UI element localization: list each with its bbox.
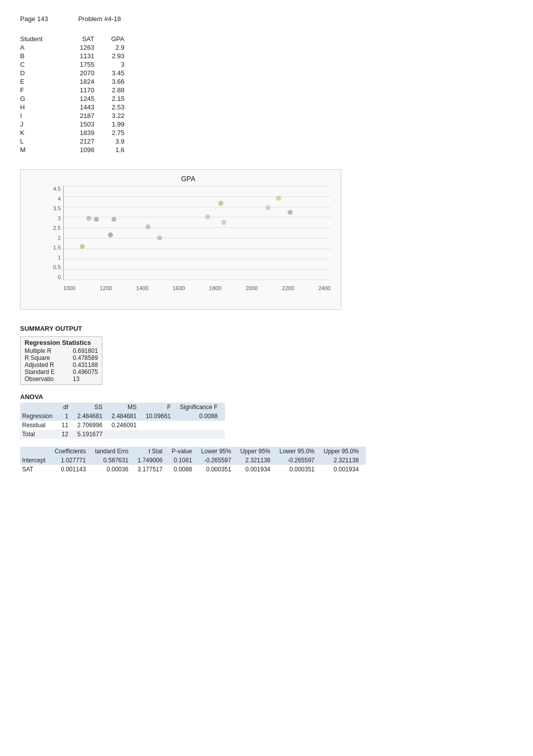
anova-section: ANOVA dfSSMSFSignificance F Regression12… bbox=[20, 393, 513, 439]
coeff-cell: -0.265597 bbox=[199, 456, 238, 465]
coeff-header: Lower 95% bbox=[199, 447, 238, 456]
table-cell: 1098 bbox=[60, 146, 100, 154]
table-cell: 1443 bbox=[60, 103, 100, 111]
reg-stat-label: R Square bbox=[25, 354, 65, 361]
anova-header: Significance F bbox=[178, 403, 224, 412]
anova-cell: 2.484681 bbox=[75, 412, 109, 421]
table-cell: H bbox=[20, 103, 60, 111]
scatter-dot bbox=[108, 232, 113, 237]
coeff-header bbox=[20, 447, 53, 456]
scatter-dot bbox=[111, 217, 116, 222]
anova-cell bbox=[144, 421, 178, 430]
table-row: F11702.88 bbox=[20, 86, 130, 94]
anova-table: dfSSMSFSignificance F Regression12.48468… bbox=[20, 403, 225, 439]
col-student: Student bbox=[20, 35, 60, 43]
table-row: G12452.15 bbox=[20, 94, 130, 103]
table-cell: 3.45 bbox=[100, 69, 130, 77]
reg-stat-label: Observatio bbox=[25, 375, 65, 383]
coeff-header: Lower 95.0% bbox=[278, 447, 322, 456]
table-cell: D bbox=[20, 69, 60, 77]
reg-stat-value: 13 bbox=[73, 375, 79, 383]
reg-stat-value: 0.496075 bbox=[73, 368, 98, 375]
anova-cell: Total bbox=[20, 430, 60, 439]
page-number: Page 143 bbox=[20, 15, 48, 23]
anova-cell: 12 bbox=[60, 430, 75, 439]
y-label: 1.5 bbox=[46, 244, 61, 250]
table-row: E18243.66 bbox=[20, 77, 130, 86]
anova-cell: Regression bbox=[20, 412, 60, 421]
coeff-cell: 1.749006 bbox=[136, 456, 170, 465]
table-cell: K bbox=[20, 129, 60, 137]
anova-cell bbox=[178, 421, 224, 430]
page-header: Page 143 Problem #4-18 bbox=[20, 15, 513, 23]
anova-cell: 1 bbox=[60, 412, 75, 421]
reg-stats-row: R Square0.478589 bbox=[25, 354, 98, 361]
table-cell: 1.6 bbox=[100, 146, 130, 154]
coeff-cell: 0.000351 bbox=[278, 465, 322, 474]
table-cell: A bbox=[20, 43, 60, 52]
x-label: 1000 bbox=[63, 285, 75, 291]
reg-stat-label: Multiple R bbox=[25, 347, 65, 354]
problem-title: Problem #4-18 bbox=[78, 15, 121, 23]
table-cell: 3 bbox=[100, 60, 130, 69]
table-cell: J bbox=[20, 120, 60, 129]
table-cell: 2.75 bbox=[100, 129, 130, 137]
coeff-cell: 0.000351 bbox=[199, 465, 238, 474]
grid-line bbox=[64, 248, 331, 249]
table-cell: 2187 bbox=[60, 111, 100, 120]
reg-stat-value: 0.691801 bbox=[73, 347, 98, 354]
scatter-dot bbox=[218, 201, 223, 206]
coeff-cell: Intercept bbox=[20, 456, 53, 465]
table-row: C17553 bbox=[20, 60, 130, 69]
x-label: 1800 bbox=[209, 285, 221, 291]
coeff-header: tandard Erro bbox=[93, 447, 136, 456]
anova-cell: 11 bbox=[60, 421, 75, 430]
table-cell: 2127 bbox=[60, 137, 100, 146]
grid-line bbox=[64, 280, 331, 280]
coeff-cell: 0.001143 bbox=[53, 465, 93, 474]
y-label: 4 bbox=[46, 196, 61, 202]
x-axis-labels: 10001200140016001800200022002400 bbox=[63, 285, 331, 291]
coeff-cell: 0.00036 bbox=[93, 465, 136, 474]
coeff-header: Upper 95% bbox=[238, 447, 278, 456]
summary-section: SUMMARY OUTPUT Regression Statistics Mul… bbox=[20, 325, 513, 474]
table-row: A12632.9 bbox=[20, 43, 130, 52]
x-label: 2200 bbox=[282, 285, 294, 291]
data-table: Student SAT GPA A12632.9B11312.93C17553D… bbox=[20, 35, 513, 154]
y-label: 0 bbox=[46, 274, 61, 280]
chart-title: GPA bbox=[46, 175, 331, 183]
coeff-cell: SAT bbox=[20, 465, 53, 474]
plot-area bbox=[63, 186, 331, 280]
grid-line bbox=[64, 186, 331, 186]
table-cell: 2.53 bbox=[100, 103, 130, 111]
anova-cell bbox=[144, 430, 178, 439]
coeff-cell: 0.001934 bbox=[322, 465, 366, 474]
anova-row: Regression12.4846812.48468110.096610.008… bbox=[20, 412, 225, 421]
y-label: 2 bbox=[46, 235, 61, 241]
y-label: 3 bbox=[46, 215, 61, 221]
reg-stat-value: 0.431188 bbox=[73, 361, 98, 368]
anova-row: Total125.191677 bbox=[20, 430, 225, 439]
grid-line bbox=[64, 207, 331, 207]
table-cell: E bbox=[20, 77, 60, 86]
table-cell: 1503 bbox=[60, 120, 100, 129]
coeff-cell: 3.177517 bbox=[136, 465, 170, 474]
y-label: 4.5 bbox=[46, 186, 61, 192]
y-label: 1 bbox=[46, 255, 61, 261]
grid-line bbox=[64, 269, 331, 270]
table-cell: 1839 bbox=[60, 129, 100, 137]
table-row: M10981.6 bbox=[20, 146, 130, 154]
anova-cell bbox=[178, 430, 224, 439]
coeff-cell: 1.027771 bbox=[53, 456, 93, 465]
anova-cell: 2.484681 bbox=[109, 412, 144, 421]
x-label: 2400 bbox=[318, 285, 330, 291]
table-cell: B bbox=[20, 52, 60, 60]
regression-stats-box: Regression Statistics Multiple R0.691801… bbox=[20, 336, 102, 385]
anova-header: F bbox=[144, 403, 178, 412]
reg-stats-title: Regression Statistics bbox=[25, 339, 98, 346]
table-cell: 1245 bbox=[60, 94, 100, 103]
grid-line bbox=[64, 217, 331, 217]
anova-cell bbox=[109, 430, 144, 439]
coeff-cell: 0.1081 bbox=[170, 456, 199, 465]
table-row: K18392.75 bbox=[20, 129, 130, 137]
